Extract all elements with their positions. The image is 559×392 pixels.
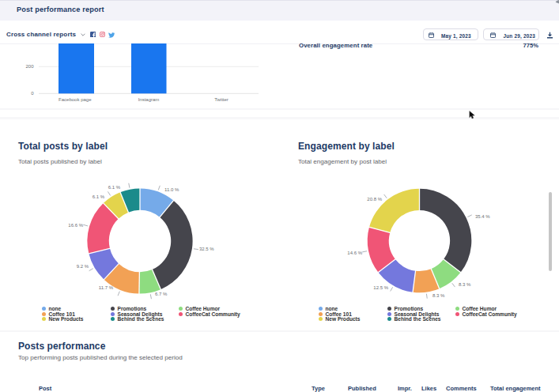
svg-text:8.3 %: 8.3 % [432, 293, 445, 298]
svg-text:9.2 %: 9.2 % [77, 264, 89, 269]
svg-text:16.6 %: 16.6 % [68, 223, 83, 228]
svg-text:6.1 %: 6.1 % [108, 185, 121, 190]
svg-text:0: 0 [31, 91, 34, 96]
svg-text:20.8 %: 20.8 % [367, 197, 382, 202]
svg-text:8.3 %: 8.3 % [459, 282, 471, 287]
svg-text:11.7 %: 11.7 % [99, 285, 114, 290]
svg-text:35.4 %: 35.4 % [475, 214, 490, 219]
svg-text:200: 200 [25, 64, 34, 69]
svg-text:11.0 %: 11.0 % [164, 187, 179, 192]
svg-text:6.7 %: 6.7 % [155, 292, 168, 296]
svg-text:Twitter: Twitter [214, 97, 229, 102]
svg-text:Facebook page: Facebook page [59, 97, 92, 102]
svg-text:6.1 %: 6.1 % [93, 194, 105, 199]
svg-text:14.6 %: 14.6 % [347, 251, 362, 255]
svg-text:12.5 %: 12.5 % [373, 285, 388, 290]
svg-text:Instagram: Instagram [138, 97, 160, 102]
svg-text:32.5 %: 32.5 % [199, 247, 214, 251]
